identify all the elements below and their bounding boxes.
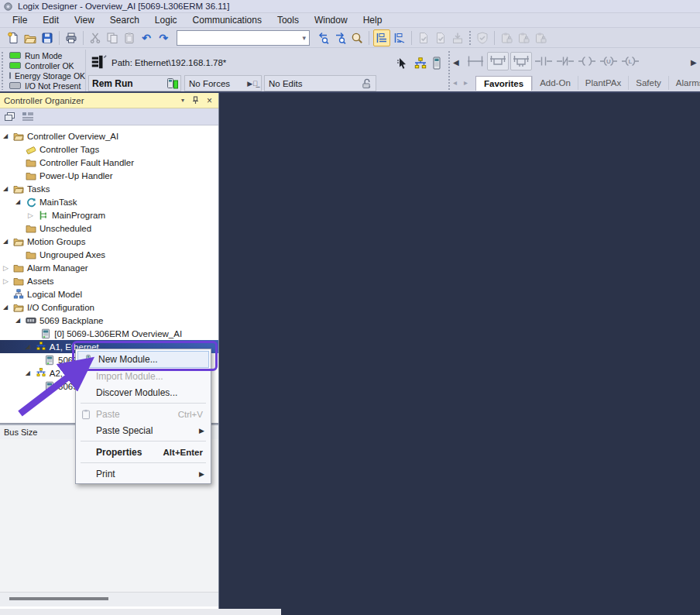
path-display[interactable]: Path: Ethernet\192.168.1.78* — [112, 58, 226, 67]
search-forward-icon[interactable] — [332, 30, 348, 46]
tree-item-label: Controller Overview_AI — [25, 132, 118, 141]
network-path-icon[interactable] — [413, 57, 427, 70]
cascade-windows-icon[interactable] — [4, 112, 15, 122]
tab-alarms[interactable]: Alarms — [668, 76, 700, 90]
close-icon[interactable]: × — [207, 95, 212, 106]
organizer-view-icon[interactable] — [22, 112, 34, 122]
menu-window[interactable]: Window — [307, 13, 355, 27]
menu-communications[interactable]: Communications — [185, 13, 269, 27]
undo-icon[interactable]: ↶ — [139, 30, 154, 46]
menu-help[interactable]: Help — [355, 13, 390, 27]
tree-item-label: MainProgram — [50, 211, 105, 220]
controller-mode-button[interactable] — [88, 50, 108, 74]
expanded-arrow-icon[interactable]: ◢ — [3, 185, 12, 192]
pin-icon[interactable] — [192, 96, 199, 105]
tree-item-motion-groups[interactable]: ◢Motion Groups — [0, 235, 218, 248]
search-backward-icon[interactable] — [315, 30, 331, 46]
scroll-left-icon[interactable]: ◀ — [453, 58, 459, 67]
tag-icon — [25, 144, 37, 155]
collapsed-arrow-icon[interactable]: ▷ — [3, 277, 12, 285]
branch-icon[interactable] — [487, 52, 509, 70]
coil-latch-icon[interactable]: L — [620, 53, 640, 70]
controller-status-bar: Run ModeController OKEnergy Storage OKI/… — [0, 48, 700, 93]
tab-plantpax[interactable]: PlantPAx — [578, 76, 628, 90]
toggle-edits-view-icon[interactable] — [392, 30, 407, 46]
whos-active-icon[interactable] — [396, 57, 409, 70]
new-icon[interactable] — [5, 30, 21, 46]
forces-dropdown-icon[interactable]: ▶＼̲ — [247, 80, 261, 88]
find-in-logic-icon[interactable] — [349, 30, 365, 46]
tree-item-controller-overview-ai[interactable]: ◢Controller Overview_AI — [0, 129, 218, 143]
tab-safety[interactable]: Safety — [628, 76, 668, 90]
status-led-run-mode: Run Mode — [5, 50, 85, 60]
tree-item-controller-fault-handler[interactable]: Controller Fault Handler — [0, 156, 218, 169]
context-menu-item-paste-special[interactable]: Paste Special▶ — [76, 422, 211, 438]
edits-box[interactable]: No Edits — [264, 75, 376, 91]
tree-item-label: I/O Configuration — [25, 303, 94, 312]
tree-item-power-up-handler[interactable]: Power-Up Handler — [0, 169, 218, 182]
menu-tools[interactable]: Tools — [269, 13, 307, 27]
redo-icon[interactable]: ↷ — [156, 30, 171, 46]
collapsed-arrow-icon[interactable]: ▷ — [3, 264, 12, 272]
print-icon[interactable] — [63, 30, 79, 46]
tree-item-assets[interactable]: ▷Assets — [0, 274, 218, 287]
forces-box[interactable]: No Forces ▶＼̲ — [184, 75, 262, 91]
toolbar-grip — [1, 51, 4, 90]
safety-shield-icon — [475, 30, 490, 46]
tab-favorites[interactable]: Favorites — [475, 76, 532, 91]
folder-open-icon — [12, 131, 25, 142]
context-menu-item-properties[interactable]: PropertiesAlt+Enter — [76, 444, 211, 460]
tree-item-label: Ungrouped Axes — [37, 250, 105, 259]
toolbar-grip — [448, 50, 451, 91]
tree-item-tasks[interactable]: ◢Tasks — [0, 182, 218, 195]
menu-search[interactable]: Search — [102, 13, 147, 27]
tree-item-mainprogram[interactable]: ▷MainProgram — [0, 208, 218, 222]
branch-level-icon[interactable] — [510, 52, 532, 70]
menu-file[interactable]: File — [5, 13, 35, 27]
save-icon[interactable] — [39, 30, 55, 46]
menu-logic[interactable]: Logic — [147, 13, 185, 27]
tab-add-on[interactable]: Add-On — [532, 76, 578, 90]
tree-item-unscheduled[interactable]: Unscheduled — [0, 222, 218, 235]
tree-item-maintask[interactable]: ◢MainTask — [0, 195, 218, 208]
backplane-icon — [25, 315, 37, 326]
collapsed-arrow-icon[interactable]: ▷ — [28, 211, 37, 219]
menu-edit[interactable]: Edit — [35, 13, 67, 27]
tree-item-i-o-configuration[interactable]: ◢I/O Configuration — [0, 301, 218, 314]
expanded-arrow-icon[interactable]: ◢ — [3, 132, 12, 139]
tree-item-alarm-manager[interactable]: ▷Alarm Manager — [0, 261, 218, 274]
mode-box[interactable]: Rem Run — [88, 75, 181, 91]
edits-label: No Edits — [265, 79, 302, 88]
led-indicator — [9, 62, 21, 69]
organizer-header[interactable]: Controller Organizer ▾ × — [0, 93, 218, 108]
tabs-scroll-left-icon[interactable]: ◂ — [453, 78, 457, 87]
expanded-arrow-icon[interactable]: ◢ — [15, 198, 25, 205]
window-position-icon[interactable]: ▾ — [181, 97, 184, 104]
rung-icon[interactable] — [465, 53, 486, 70]
controller-rack-icon[interactable] — [432, 57, 441, 70]
tree-item-controller-tags[interactable]: Controller Tags — [0, 143, 218, 156]
quick-search-combobox[interactable]: ▾ — [177, 30, 310, 46]
expanded-arrow-icon[interactable]: ◢ — [15, 317, 25, 324]
tree-item-logical-model[interactable]: Logical Model — [0, 287, 218, 301]
menu-view[interactable]: View — [67, 13, 102, 27]
expanded-arrow-icon[interactable]: ◢ — [3, 238, 12, 245]
expanded-arrow-icon[interactable]: ◢ — [3, 304, 12, 311]
open-icon[interactable] — [22, 30, 38, 46]
scrollbar-thumb[interactable] — [9, 597, 108, 600]
tabs-scroll-right-icon[interactable]: ▸ — [464, 78, 468, 87]
tree-item--0-5069-l306erm-overview-ai[interactable]: [0] 5069-L306ERM Overview_AI — [0, 327, 218, 340]
context-menu-item-print[interactable]: Print▶ — [76, 466, 211, 482]
tree-item-5069-backplane[interactable]: ◢5069 Backplane — [0, 314, 218, 327]
unlocked-icon[interactable] — [361, 77, 376, 89]
scroll-right-icon[interactable]: ▶ — [691, 58, 697, 67]
coil-unlatch-icon[interactable]: U — [599, 53, 619, 70]
coil-icon[interactable] — [577, 53, 597, 70]
contact-no-icon[interactable] — [534, 53, 554, 70]
contact-nc-icon[interactable] — [555, 53, 575, 70]
toggle-final-edits-icon[interactable] — [373, 29, 390, 46]
safety-lock-b-icon — [516, 30, 531, 46]
model-icon — [12, 289, 25, 300]
tree-item-ungrouped-axes[interactable]: Ungrouped Axes — [0, 248, 218, 261]
window-title: Logix Designer - Overview_AI [5069-L306E… — [18, 2, 229, 11]
